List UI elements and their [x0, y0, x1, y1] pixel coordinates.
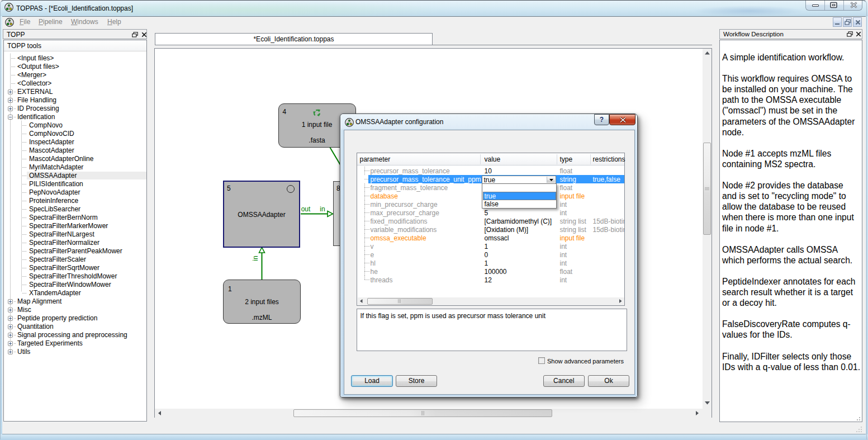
- svg-text:in: in: [252, 256, 259, 261]
- svg-text:out: out: [301, 205, 311, 213]
- svg-text:in: in: [320, 205, 325, 213]
